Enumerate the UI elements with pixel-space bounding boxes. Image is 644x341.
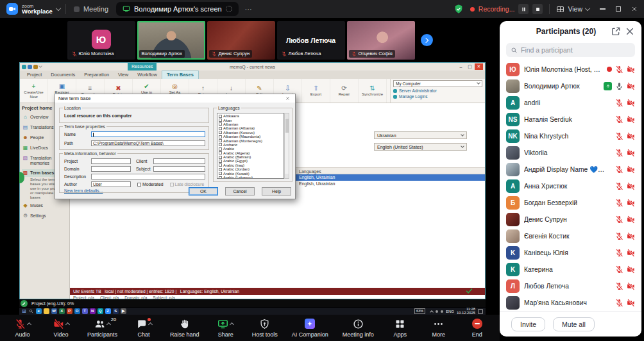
ribbon-tab[interactable]: Project	[22, 71, 46, 79]
help-button[interactable]: Help	[262, 187, 291, 195]
video-off-icon[interactable]	[627, 265, 635, 274]
checkbox[interactable]	[137, 183, 141, 187]
checkbox[interactable]	[219, 176, 222, 179]
video-off-icon[interactable]	[627, 165, 635, 174]
taskbar-app-icon[interactable]: X	[59, 308, 65, 314]
participants-button[interactable]: 20 Participants	[87, 319, 117, 338]
video-tile-yuliia[interactable]: Ю Юлія Молоткіна	[67, 21, 135, 60]
mic-off-icon[interactable]	[615, 249, 623, 257]
ribbon-tab[interactable]: Term Bases	[162, 71, 199, 79]
languages-scrollbar[interactable]	[284, 113, 289, 179]
share-button[interactable]: Share	[214, 319, 238, 338]
resource-location-select[interactable]: My Computer	[393, 80, 482, 87]
notification-center-icon[interactable]	[478, 309, 483, 314]
participants-options-chevron[interactable]	[106, 322, 111, 327]
participant-search[interactable]	[506, 43, 635, 57]
author-input[interactable]: User	[91, 181, 131, 187]
recording-pause-button[interactable]	[518, 4, 529, 14]
checkbox[interactable]	[219, 122, 222, 126]
view-button[interactable]: View	[556, 5, 589, 13]
checkbox[interactable]	[219, 119, 222, 122]
video-off-icon[interactable]	[627, 82, 635, 90]
ribbon-button[interactable]: ⇅ Synchronize	[359, 79, 387, 103]
mic-off-icon[interactable]	[615, 165, 623, 174]
description-input[interactable]	[91, 174, 205, 179]
column-languages[interactable]: Languages	[299, 169, 321, 174]
participant-row[interactable]: Ю Юлія Молоткіна (Host, me)	[500, 61, 641, 78]
video-off-icon[interactable]	[627, 249, 635, 257]
tab-shared-screen[interactable]: Володимир Артюх's screen	[116, 2, 239, 16]
video-tile-denys[interactable]: Денис Супрун	[207, 21, 275, 60]
tab-options-button[interactable]: ⋯	[244, 5, 254, 13]
participant-row[interactable]: Євгенія Костик	[500, 228, 641, 244]
project-input[interactable]	[91, 158, 131, 164]
mic-off-icon[interactable]	[615, 65, 623, 74]
taskbar-app-icon[interactable]: ▶	[121, 308, 126, 314]
new-term-defaults-link[interactable]: New term defaults...	[64, 188, 103, 193]
taskbar-app-icon[interactable]: Q	[97, 308, 103, 314]
mic-off-icon[interactable]	[615, 149, 623, 157]
domain-input[interactable]	[91, 166, 131, 172]
video-off-icon[interactable]	[627, 132, 635, 140]
ribbon-button[interactable]: ⟳ Repair	[330, 79, 359, 103]
path-input[interactable]: C:\ProgramData\MemoQ\Term Bases\	[91, 140, 205, 146]
mic-off-icon[interactable]	[615, 299, 623, 307]
memoq-close-button[interactable]: ✕	[475, 63, 483, 70]
mic-off-icon[interactable]	[615, 132, 623, 140]
checkbox[interactable]	[219, 147, 222, 151]
manage-logins-link[interactable]: Manage Logins	[393, 94, 482, 99]
participant-row[interactable]: Viktoriia	[500, 144, 641, 161]
zoom-workplace-logo[interactable]: zoom Workplace	[6, 3, 60, 15]
participant-row[interactable]: NS Наталія Serdiuk	[500, 111, 641, 128]
volume-icon[interactable]	[441, 310, 443, 313]
taskbar-app-icon[interactable]: e	[36, 308, 42, 314]
video-off-icon[interactable]	[627, 199, 635, 207]
checkbox[interactable]	[219, 168, 222, 171]
chat-button[interactable]: Chat	[131, 319, 156, 338]
checkbox[interactable]	[219, 115, 222, 118]
checkbox[interactable]	[219, 131, 222, 134]
mic-off-icon[interactable]	[615, 232, 623, 240]
target-language-filter[interactable]: English (United States)	[374, 143, 467, 151]
memoq-minimize-button[interactable]: –	[457, 63, 465, 70]
dialog-close-button[interactable]	[283, 95, 292, 102]
participant-row[interactable]: Денис Супрун	[500, 211, 641, 228]
ribbon-button[interactable]: ⇧ Export	[302, 79, 330, 103]
checkbox[interactable]	[219, 151, 222, 154]
participant-row[interactable]: Андрій Display Name 💙💛 UA	[500, 161, 641, 178]
source-language-filter[interactable]: Ukrainian	[374, 131, 467, 139]
popout-panel-icon[interactable]	[611, 26, 621, 37]
mute-all-button[interactable]: Mute all	[553, 317, 595, 331]
mic-off-icon[interactable]	[615, 265, 623, 274]
host-tools-button[interactable]: Host tools	[252, 319, 278, 338]
language-option[interactable]: Arabic (Lebanon)	[219, 176, 284, 179]
sidebar-item[interactable]: ⚙ Settings	[22, 212, 67, 220]
share-options-chevron[interactable]	[230, 322, 234, 327]
qat-chevron-icon[interactable]	[38, 64, 42, 68]
video-off-icon[interactable]	[627, 182, 635, 190]
mic-off-icon[interactable]	[615, 282, 623, 290]
video-options-chevron[interactable]	[65, 322, 69, 327]
meeting-info-button[interactable]: Meeting info	[343, 319, 374, 338]
tab-meeting[interactable]: Meeting	[71, 5, 111, 13]
mic-off-icon[interactable]	[615, 99, 623, 107]
taskbar-search-icon[interactable]	[29, 309, 33, 313]
ribbon-tab[interactable]: View	[114, 71, 133, 79]
ribbon-tab[interactable]: Preparation	[80, 71, 114, 79]
maximize-button[interactable]	[616, 6, 621, 12]
close-panel-icon[interactable]	[625, 26, 635, 37]
video-off-icon[interactable]	[627, 99, 635, 107]
mic-off-icon[interactable]	[615, 199, 623, 207]
start-button[interactable]: ⊞	[22, 309, 26, 314]
participant-row[interactable]: Л Любов Летюча	[500, 278, 641, 294]
memoq-maximize-button[interactable]: ▢	[466, 63, 474, 70]
participant-row[interactable]: Володимир Артюх	[500, 78, 641, 94]
moderated-checkbox[interactable]: Moderated	[137, 182, 164, 187]
participant-row[interactable]: K Канівець Юлія	[500, 244, 641, 261]
video-off-icon[interactable]	[627, 115, 635, 124]
undo-icon[interactable]	[33, 65, 38, 69]
taskbar-clock[interactable]: 11:28 10.12.2025	[457, 308, 475, 315]
checkbox[interactable]	[219, 156, 222, 159]
apps-button[interactable]: Apps	[388, 319, 412, 338]
mic-off-icon[interactable]	[615, 215, 623, 224]
